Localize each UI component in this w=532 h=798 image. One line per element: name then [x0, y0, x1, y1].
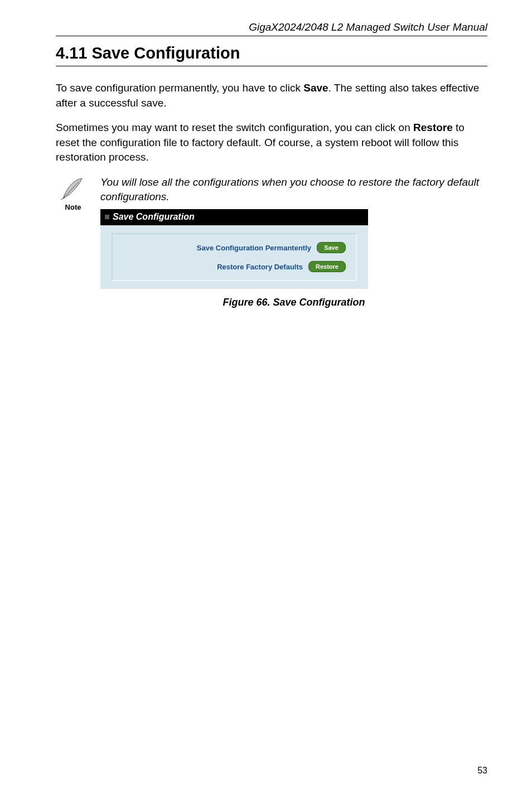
screenshot-body: Save Configuration Permantently Save Res…	[100, 225, 368, 289]
titlebar-decor-icon	[105, 215, 109, 219]
screenshot-titlebar: Save Configuration	[100, 209, 368, 225]
section-title-text: Save Configuration	[92, 44, 240, 62]
config-row-save: Save Configuration Permantently Save	[123, 242, 346, 253]
note-text: You will lose all the configurations whe…	[100, 175, 487, 204]
feather-icon	[60, 175, 86, 202]
p1-text-a: To save configuration permanently, you h…	[56, 82, 303, 94]
save-button[interactable]: Save	[317, 242, 346, 253]
note-label: Note	[56, 203, 90, 211]
section-heading: 4.11 Save Configuration	[56, 44, 487, 66]
note-icon-column: Note	[56, 175, 90, 211]
config-row-restore: Restore Factory Defaults Restore	[123, 261, 346, 272]
p1-bold: Save	[303, 82, 328, 94]
embedded-screenshot: Save Configuration Save Configuration Pe…	[100, 209, 368, 289]
body-paragraph-1: To save configuration permanently, you h…	[56, 81, 487, 110]
figure-caption: Figure 66. Save Configuration	[100, 297, 487, 308]
section-number: 4.11	[56, 44, 87, 62]
running-header: GigaX2024/2048 L2 Managed Switch User Ma…	[56, 21, 487, 36]
page-number: 53	[477, 766, 487, 776]
save-permanently-label: Save Configuration Permantently	[197, 244, 311, 252]
body-paragraph-2: Sometimes you may want to reset the swit…	[56, 120, 487, 165]
p2-bold: Restore	[413, 122, 453, 133]
restore-defaults-label: Restore Factory Defaults	[217, 263, 303, 271]
screenshot-inset-panel: Save Configuration Permantently Save Res…	[112, 233, 357, 281]
note-block: Note You will lose all the configuration…	[56, 175, 487, 308]
p2-text-a: Sometimes you may want to reset the swit…	[56, 122, 413, 133]
screenshot-title: Save Configuration	[113, 212, 195, 222]
restore-button[interactable]: Restore	[308, 261, 346, 272]
note-text-column: You will lose all the configurations whe…	[100, 175, 487, 308]
